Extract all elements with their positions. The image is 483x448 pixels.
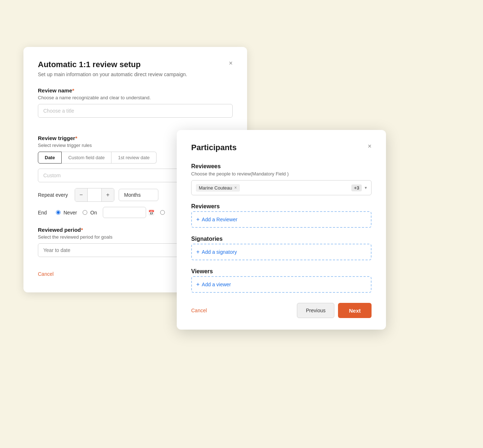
viewers-label: Viewers bbox=[191, 268, 372, 275]
review-name-section: Review name* Choose a name recognizable … bbox=[38, 87, 233, 126]
end-never-group: Never bbox=[56, 210, 77, 216]
participants-nav-buttons: Previous Next bbox=[297, 303, 372, 318]
repeat-stepper: − 10 + bbox=[75, 188, 114, 202]
add-viewer-button[interactable]: + Add a viewer bbox=[191, 276, 372, 293]
tab-custom-field-date[interactable]: Custom field date bbox=[62, 152, 111, 164]
signatories-section: Signatories + Add a signatory bbox=[191, 236, 372, 260]
stepper-increment[interactable]: + bbox=[102, 188, 114, 201]
repeat-every-label: Repeat every bbox=[38, 192, 70, 198]
viewers-section: Viewers + Add a viewer bbox=[191, 268, 372, 293]
reviewee-remove-icon[interactable]: × bbox=[234, 185, 237, 190]
end-after-group bbox=[160, 210, 165, 215]
participants-footer: Cancel Previous Next bbox=[191, 303, 372, 318]
after-radio[interactable] bbox=[160, 210, 165, 215]
add-signatory-label: Add a signatory bbox=[202, 249, 237, 255]
repeat-unit-select[interactable]: Months bbox=[119, 189, 158, 201]
on-label: On bbox=[90, 210, 97, 216]
add-reviewer-label: Add a Reviewer bbox=[202, 217, 237, 222]
setup-modal-title: Automatic 1:1 review setup bbox=[38, 60, 141, 69]
required-star: * bbox=[72, 87, 74, 93]
add-viewer-icon: + bbox=[196, 281, 199, 288]
reviewees-label: Reviewees bbox=[191, 163, 372, 170]
reviewee-name: Marine Couteau bbox=[199, 185, 232, 191]
participants-modal: Participants × Reviewees Choose the peop… bbox=[177, 130, 386, 330]
reviewees-selected-items: Marine Couteau × bbox=[196, 184, 240, 192]
add-signatory-button[interactable]: + Add a signatory bbox=[191, 244, 372, 260]
participants-modal-header: Participants × bbox=[191, 143, 372, 161]
add-reviewer-icon: + bbox=[196, 216, 199, 223]
setup-modal-subtitle: Set up main information on your automati… bbox=[38, 71, 233, 77]
review-name-label: Review name* bbox=[38, 87, 233, 93]
next-button[interactable]: Next bbox=[338, 303, 372, 318]
chevron-down-icon: ▾ bbox=[365, 185, 367, 190]
add-viewer-label: Add a viewer bbox=[202, 282, 231, 287]
never-label: Never bbox=[63, 210, 77, 216]
reviewees-hint: Choose the people to review(Mandatory Fi… bbox=[191, 171, 372, 177]
reviewee-tag: Marine Couteau × bbox=[196, 184, 240, 192]
setup-cancel-button[interactable]: Cancel bbox=[38, 271, 54, 277]
signatories-label: Signatories bbox=[191, 236, 372, 242]
never-radio[interactable] bbox=[56, 210, 61, 215]
reviewees-section: Reviewees Choose the people to review(Ma… bbox=[191, 163, 372, 195]
reviewers-section: Reviewers + Add a Reviewer bbox=[191, 203, 372, 228]
tab-date[interactable]: Date bbox=[38, 152, 62, 164]
end-date-input[interactable]: 01/13/2023 bbox=[103, 207, 146, 218]
previous-button[interactable]: Previous bbox=[297, 303, 334, 318]
end-label: End bbox=[38, 210, 50, 216]
participants-close-button[interactable]: × bbox=[368, 143, 372, 149]
participants-title: Participants bbox=[191, 143, 237, 152]
calendar-icon: 📅 bbox=[148, 210, 154, 216]
reviewees-count-badge: +3 bbox=[351, 184, 362, 191]
add-reviewer-button[interactable]: + Add a Reviewer bbox=[191, 211, 372, 228]
setup-modal-header: Automatic 1:1 review setup × bbox=[38, 60, 233, 69]
on-radio[interactable] bbox=[83, 210, 87, 215]
end-on-group: On bbox=[83, 210, 97, 216]
trigger-required-star: * bbox=[75, 135, 77, 141]
participants-cancel-button[interactable]: Cancel bbox=[191, 308, 207, 313]
period-required-star: * bbox=[81, 227, 83, 233]
stepper-decrement[interactable]: − bbox=[75, 188, 87, 201]
reviewees-right-controls: +3 ▾ bbox=[351, 184, 367, 191]
tab-1st-review-date[interactable]: 1st review date bbox=[111, 152, 156, 164]
stepper-value[interactable]: 10 bbox=[87, 188, 102, 201]
review-name-input[interactable] bbox=[38, 104, 233, 118]
reviewees-select[interactable]: Marine Couteau × +3 ▾ bbox=[191, 180, 372, 195]
add-signatory-icon: + bbox=[196, 249, 199, 255]
end-date-group: 01/13/2023 📅 bbox=[103, 207, 154, 218]
setup-close-button[interactable]: × bbox=[229, 60, 233, 66]
review-name-hint: Choose a name recognizable and clear to … bbox=[38, 95, 233, 100]
reviewers-label: Reviewers bbox=[191, 203, 372, 210]
